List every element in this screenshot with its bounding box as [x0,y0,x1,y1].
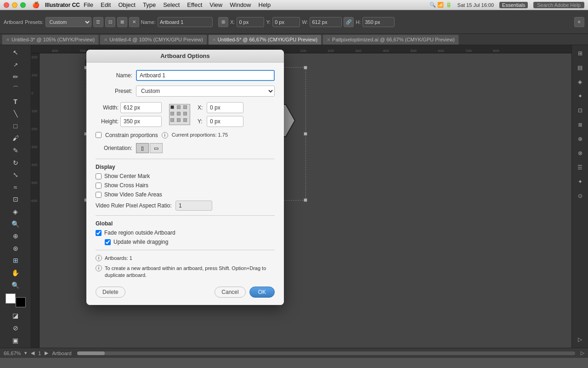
constraint-icon[interactable]: ⊞ [218,17,228,27]
menu-view[interactable]: View [206,0,226,10]
constrain-checkbox[interactable] [96,132,102,138]
name-input-toolbar[interactable] [158,17,213,27]
rotate-tool[interactable]: ↻ [3,157,28,168]
hand-tool[interactable]: ✋ [3,267,28,279]
fill-stroke-toggle[interactable]: ◪ [3,310,28,322]
anchor-grid[interactable] [169,104,190,125]
right-panel-btn-2[interactable]: ▤ [574,61,587,74]
anchor-br[interactable] [183,118,187,122]
scroll-thumb[interactable] [77,351,105,355]
menu-select[interactable]: Select [159,0,183,10]
x-input[interactable] [207,102,243,113]
selection-tool[interactable]: ↖ [3,47,28,58]
y-input-toolbar[interactable] [272,17,300,27]
presets-dropdown[interactable]: Custom Letter A4 [45,17,91,27]
menu-type[interactable]: Type [139,0,159,10]
rect-tool[interactable]: □ [3,121,28,132]
menu-help[interactable]: Help [255,0,275,10]
orientation-portrait[interactable]: ▯ [136,143,149,153]
right-panel-btn-11[interactable]: ⊙ [574,190,587,202]
x-input-toolbar[interactable] [237,17,264,27]
preset-delete[interactable]: ✕ [129,17,139,27]
eyedropper-tool[interactable]: 🔍 [3,218,28,230]
y-input[interactable] [207,116,243,127]
video-ruler-input[interactable] [175,201,212,211]
blend-tool[interactable]: ⊕ [3,230,28,242]
none-swatch[interactable]: ⊘ [3,322,28,334]
paintbrush-tool[interactable]: 🖌 [3,132,28,144]
close-button[interactable] [4,2,9,8]
tab-4[interactable]: ✕ Pattpixeloptimized.ai @ 66,67% (CMYK/G… [322,34,459,45]
workspace-selector[interactable]: Essentials [499,2,528,8]
zoom-tool[interactable]: 🔍 [3,279,28,291]
anchor-bl[interactable] [170,118,174,122]
height-input[interactable] [120,116,162,127]
right-panel-btn-9[interactable]: ☰ [574,161,587,174]
anchor-mr[interactable] [183,112,187,115]
warp-tool[interactable]: ≈ [3,182,28,193]
scale-tool[interactable]: ⤡ [3,169,28,181]
right-panel-btn-4[interactable]: ✦ [574,90,587,103]
maximize-button[interactable] [20,2,26,8]
menu-window[interactable]: Window [226,0,254,10]
more-options-icon[interactable]: ≡ [574,17,584,27]
tab-3-close[interactable]: ✕ [212,37,216,42]
preset-dropdown[interactable]: Custom Letter A4 [136,86,275,97]
width-input[interactable] [120,102,162,113]
handle-mr[interactable] [304,132,307,136]
right-panel-collapse[interactable]: ▷ [574,333,587,346]
nav-prev[interactable]: ◀ [31,350,34,356]
anchor-ml[interactable] [170,112,174,115]
menu-edit[interactable]: Edit [97,0,114,10]
show-center-mark-checkbox[interactable] [96,173,102,179]
right-panel-btn-1[interactable]: ⊞ [574,47,587,60]
anchor-bc[interactable] [177,118,181,122]
tab-2-close[interactable]: ✕ [104,37,107,42]
type-tool[interactable]: T [3,96,28,107]
free-transform-tool[interactable]: ⊡ [3,194,28,205]
menu-effect[interactable]: Effect [183,0,206,10]
anchor-tc[interactable] [177,105,181,109]
link-wh-icon[interactable]: 🔗 [344,17,354,27]
anchor-tr[interactable] [183,105,187,109]
handle-br[interactable] [304,198,307,202]
tab-4-close[interactable]: ✕ [327,37,330,42]
right-panel-btn-5[interactable]: ⊡ [574,104,587,117]
symbol-tool[interactable]: ⊛ [3,243,28,254]
curvature-tool[interactable]: ⌒ [3,84,28,95]
artboard-options-dialog[interactable]: Artboard Options Name: Preset: Custom Le [86,50,284,305]
tab-2[interactable]: ✕ Untitled-4 @ 100% (CMYK/GPU Preview) [100,34,207,45]
color-swatches[interactable] [6,293,26,307]
search-adobe-help[interactable]: Search Adobe Help [533,2,584,8]
ok-button[interactable]: OK [249,287,275,298]
tab-1[interactable]: ✕ Untitled-3* @ 105% (CMYK/Preview) [2,34,99,45]
w-input-toolbar[interactable] [310,17,342,27]
scroll-right[interactable]: ▷ [581,350,584,356]
orientation-landscape[interactable]: ▭ [150,143,163,153]
pencil-tool[interactable]: ✎ [3,145,28,156]
scroll-track[interactable] [77,351,575,355]
preset-icon-3[interactable]: ⊠ [117,17,127,27]
screen-mode[interactable]: ▣ [3,334,28,346]
delete-button[interactable]: Delete [96,287,125,298]
direct-select-tool[interactable]: ↗ [3,59,28,71]
cancel-button[interactable]: Cancel [215,287,245,298]
minimize-button[interactable] [12,2,17,8]
show-cross-hairs-checkbox[interactable] [96,183,102,189]
shape-builder-tool[interactable]: ◈ [3,206,28,218]
h-input-toolbar[interactable] [362,17,395,27]
menu-file[interactable]: File [80,0,97,10]
menu-object[interactable]: Object [114,0,139,10]
tab-1-close[interactable]: ✕ [6,37,10,42]
right-panel-btn-8[interactable]: ⊗ [574,147,587,160]
zoom-dropdown-icon[interactable]: ▾ [24,350,27,356]
right-panel-btn-6[interactable]: ≣ [574,118,587,131]
name-field[interactable] [136,70,275,81]
anchor-tl[interactable] [170,105,174,109]
pen-tool[interactable]: ✏ [3,71,28,83]
fade-region-checkbox[interactable] [96,230,102,236]
artboard-tool[interactable]: ⊞ [3,255,28,266]
update-dragging-checkbox[interactable] [105,239,111,245]
line-tool[interactable]: ╲ [3,108,28,120]
right-panel-btn-3[interactable]: ◈ [574,75,587,88]
